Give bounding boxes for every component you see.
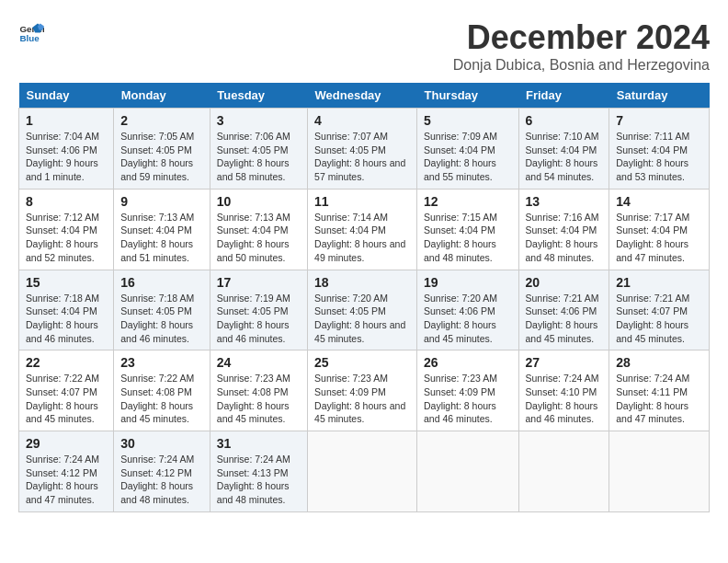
day-number: 16 — [120, 275, 203, 290]
day-cell: 18Sunrise: 7:20 AM Sunset: 4:05 PM Dayli… — [308, 270, 417, 350]
day-number: 8 — [26, 194, 107, 209]
day-cell: 6Sunrise: 7:10 AM Sunset: 4:04 PM Daylig… — [518, 109, 609, 190]
day-number: 1 — [26, 113, 107, 128]
day-number: 11 — [314, 194, 410, 209]
day-info: Sunrise: 7:05 AM Sunset: 4:05 PM Dayligh… — [120, 130, 203, 184]
day-cell: 14Sunrise: 7:17 AM Sunset: 4:04 PM Dayli… — [609, 189, 710, 270]
day-cell: 8Sunrise: 7:12 AM Sunset: 4:04 PM Daylig… — [19, 189, 114, 270]
day-number: 10 — [217, 194, 301, 209]
day-info: Sunrise: 7:10 AM Sunset: 4:04 PM Dayligh… — [526, 130, 603, 184]
title-section: December 2024 Donja Dubica, Bosnia and H… — [453, 18, 710, 74]
subtitle: Donja Dubica, Bosnia and Herzegovina — [453, 57, 710, 74]
day-number: 7 — [616, 113, 702, 128]
day-number: 30 — [120, 436, 203, 451]
day-number: 12 — [424, 194, 511, 209]
day-number: 5 — [424, 113, 511, 128]
day-cell: 5Sunrise: 7:09 AM Sunset: 4:04 PM Daylig… — [417, 109, 518, 190]
day-info: Sunrise: 7:11 AM Sunset: 4:04 PM Dayligh… — [616, 130, 702, 184]
logo: General Blue — [18, 18, 44, 44]
day-info: Sunrise: 7:17 AM Sunset: 4:04 PM Dayligh… — [616, 211, 702, 265]
day-info: Sunrise: 7:24 AM Sunset: 4:13 PM Dayligh… — [217, 453, 301, 507]
day-info: Sunrise: 7:18 AM Sunset: 4:04 PM Dayligh… — [26, 292, 107, 346]
day-cell: 9Sunrise: 7:13 AM Sunset: 4:04 PM Daylig… — [114, 189, 210, 270]
svg-text:Blue: Blue — [19, 33, 40, 43]
day-header-monday: Monday — [114, 83, 210, 109]
day-number: 13 — [526, 194, 603, 209]
day-number: 25 — [314, 355, 410, 370]
day-info: Sunrise: 7:13 AM Sunset: 4:04 PM Dayligh… — [120, 211, 203, 265]
day-info: Sunrise: 7:24 AM Sunset: 4:12 PM Dayligh… — [120, 453, 203, 507]
main-title: December 2024 — [453, 18, 710, 57]
day-info: Sunrise: 7:14 AM Sunset: 4:04 PM Dayligh… — [314, 211, 410, 265]
day-info: Sunrise: 7:19 AM Sunset: 4:05 PM Dayligh… — [217, 292, 301, 346]
day-info: Sunrise: 7:24 AM Sunset: 4:12 PM Dayligh… — [26, 453, 107, 507]
logo-icon: General Blue — [18, 18, 44, 44]
day-info: Sunrise: 7:22 AM Sunset: 4:08 PM Dayligh… — [120, 372, 203, 426]
day-info: Sunrise: 7:21 AM Sunset: 4:07 PM Dayligh… — [616, 292, 702, 346]
day-cell: 23Sunrise: 7:22 AM Sunset: 4:08 PM Dayli… — [114, 350, 210, 431]
week-row-3: 15Sunrise: 7:18 AM Sunset: 4:04 PM Dayli… — [19, 270, 710, 350]
day-info: Sunrise: 7:07 AM Sunset: 4:05 PM Dayligh… — [314, 130, 410, 184]
day-cell — [417, 431, 518, 512]
day-header-sunday: Sunday — [19, 83, 114, 109]
day-cell: 21Sunrise: 7:21 AM Sunset: 4:07 PM Dayli… — [609, 270, 710, 350]
day-cell: 15Sunrise: 7:18 AM Sunset: 4:04 PM Dayli… — [19, 270, 114, 350]
day-cell: 16Sunrise: 7:18 AM Sunset: 4:05 PM Dayli… — [114, 270, 210, 350]
day-cell: 22Sunrise: 7:22 AM Sunset: 4:07 PM Dayli… — [19, 350, 114, 431]
day-cell: 2Sunrise: 7:05 AM Sunset: 4:05 PM Daylig… — [114, 109, 210, 190]
day-number: 29 — [26, 436, 107, 451]
day-number: 3 — [217, 113, 301, 128]
day-info: Sunrise: 7:20 AM Sunset: 4:06 PM Dayligh… — [424, 292, 511, 346]
day-number: 9 — [120, 194, 203, 209]
day-info: Sunrise: 7:15 AM Sunset: 4:04 PM Dayligh… — [424, 211, 511, 265]
day-number: 2 — [120, 113, 203, 128]
day-info: Sunrise: 7:18 AM Sunset: 4:05 PM Dayligh… — [120, 292, 203, 346]
day-cell: 7Sunrise: 7:11 AM Sunset: 4:04 PM Daylig… — [609, 109, 710, 190]
day-number: 26 — [424, 355, 511, 370]
day-cell: 19Sunrise: 7:20 AM Sunset: 4:06 PM Dayli… — [417, 270, 518, 350]
header: General Blue December 2024 Donja Dubica,… — [18, 18, 710, 74]
day-number: 6 — [526, 113, 603, 128]
calendar-table: SundayMondayTuesdayWednesdayThursdayFrid… — [18, 83, 710, 512]
week-row-4: 22Sunrise: 7:22 AM Sunset: 4:07 PM Dayli… — [19, 350, 710, 431]
day-cell: 26Sunrise: 7:23 AM Sunset: 4:09 PM Dayli… — [417, 350, 518, 431]
day-cell: 31Sunrise: 7:24 AM Sunset: 4:13 PM Dayli… — [210, 431, 307, 512]
day-info: Sunrise: 7:13 AM Sunset: 4:04 PM Dayligh… — [217, 211, 301, 265]
day-cell: 28Sunrise: 7:24 AM Sunset: 4:11 PM Dayli… — [609, 350, 710, 431]
day-number: 24 — [217, 355, 301, 370]
day-cell: 10Sunrise: 7:13 AM Sunset: 4:04 PM Dayli… — [210, 189, 307, 270]
day-info: Sunrise: 7:16 AM Sunset: 4:04 PM Dayligh… — [526, 211, 603, 265]
day-cell: 1Sunrise: 7:04 AM Sunset: 4:06 PM Daylig… — [19, 109, 114, 190]
day-info: Sunrise: 7:20 AM Sunset: 4:05 PM Dayligh… — [314, 292, 410, 346]
day-header-thursday: Thursday — [417, 83, 518, 109]
day-cell: 30Sunrise: 7:24 AM Sunset: 4:12 PM Dayli… — [114, 431, 210, 512]
day-number: 21 — [616, 275, 702, 290]
day-number: 19 — [424, 275, 511, 290]
day-cell: 25Sunrise: 7:23 AM Sunset: 4:09 PM Dayli… — [308, 350, 417, 431]
day-info: Sunrise: 7:24 AM Sunset: 4:10 PM Dayligh… — [526, 372, 603, 426]
day-cell: 17Sunrise: 7:19 AM Sunset: 4:05 PM Dayli… — [210, 270, 307, 350]
week-row-5: 29Sunrise: 7:24 AM Sunset: 4:12 PM Dayli… — [19, 431, 710, 512]
day-info: Sunrise: 7:04 AM Sunset: 4:06 PM Dayligh… — [26, 130, 107, 184]
day-info: Sunrise: 7:23 AM Sunset: 4:08 PM Dayligh… — [217, 372, 301, 426]
day-cell: 3Sunrise: 7:06 AM Sunset: 4:05 PM Daylig… — [210, 109, 307, 190]
day-cell: 13Sunrise: 7:16 AM Sunset: 4:04 PM Dayli… — [518, 189, 609, 270]
day-cell: 24Sunrise: 7:23 AM Sunset: 4:08 PM Dayli… — [210, 350, 307, 431]
day-cell: 11Sunrise: 7:14 AM Sunset: 4:04 PM Dayli… — [308, 189, 417, 270]
day-cell: 20Sunrise: 7:21 AM Sunset: 4:06 PM Dayli… — [518, 270, 609, 350]
day-cell — [308, 431, 417, 512]
day-cell: 4Sunrise: 7:07 AM Sunset: 4:05 PM Daylig… — [308, 109, 417, 190]
day-header-tuesday: Tuesday — [210, 83, 307, 109]
day-cell: 27Sunrise: 7:24 AM Sunset: 4:10 PM Dayli… — [518, 350, 609, 431]
day-cell — [609, 431, 710, 512]
day-number: 20 — [526, 275, 603, 290]
week-row-2: 8Sunrise: 7:12 AM Sunset: 4:04 PM Daylig… — [19, 189, 710, 270]
week-row-1: 1Sunrise: 7:04 AM Sunset: 4:06 PM Daylig… — [19, 109, 710, 190]
day-info: Sunrise: 7:22 AM Sunset: 4:07 PM Dayligh… — [26, 372, 107, 426]
day-info: Sunrise: 7:06 AM Sunset: 4:05 PM Dayligh… — [217, 130, 301, 184]
day-info: Sunrise: 7:23 AM Sunset: 4:09 PM Dayligh… — [424, 372, 511, 426]
day-info: Sunrise: 7:24 AM Sunset: 4:11 PM Dayligh… — [616, 372, 702, 426]
day-number: 4 — [314, 113, 410, 128]
day-header-wednesday: Wednesday — [308, 83, 417, 109]
day-info: Sunrise: 7:09 AM Sunset: 4:04 PM Dayligh… — [424, 130, 511, 184]
